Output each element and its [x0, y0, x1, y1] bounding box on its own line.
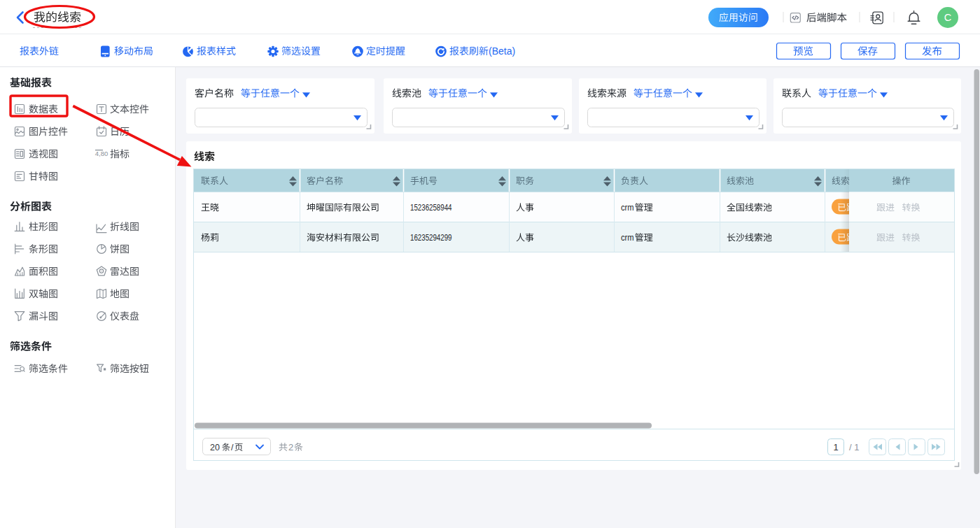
svg-text:(Beta): (Beta) — [489, 45, 515, 57]
svg-text:4,80: 4,80 — [95, 150, 108, 157]
svg-text:15236258944: 15236258944 — [410, 202, 452, 213]
svg-text:/: / — [231, 443, 234, 452]
svg-text:16235294299: 16235294299 — [410, 232, 452, 243]
svg-text:2: 2 — [288, 442, 293, 452]
svg-text:crm: crm — [621, 202, 634, 213]
svg-text:crm: crm — [621, 232, 634, 243]
svg-text:1: 1 — [833, 442, 838, 452]
svg-text:/ 1: / 1 — [849, 442, 859, 452]
svg-text:20: 20 — [210, 443, 220, 452]
svg-text:C: C — [944, 12, 951, 23]
